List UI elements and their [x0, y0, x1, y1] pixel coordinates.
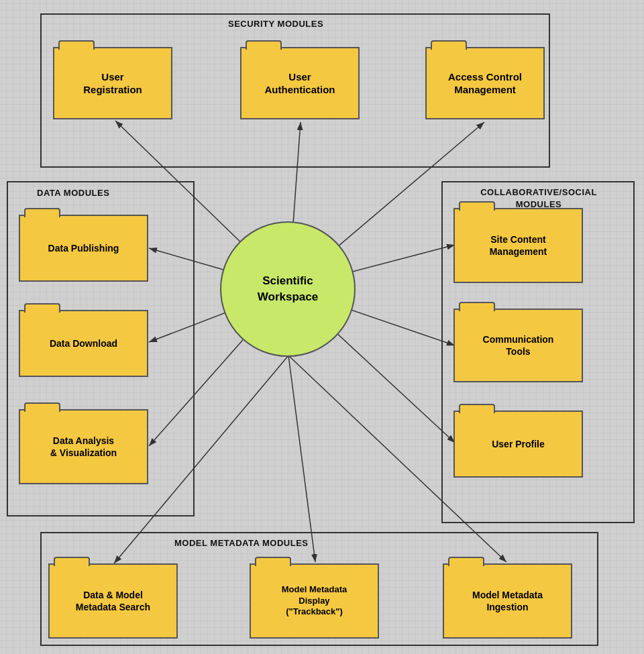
user-registration-box[interactable]: UserRegistration — [53, 47, 172, 119]
data-analysis-box[interactable]: Data Analysis& Visualization — [19, 409, 148, 484]
diagram-container: SECURITY MODULES DATA MODULES COLLABORAT… — [0, 0, 644, 654]
user-authentication-box[interactable]: UserAuthentication — [240, 47, 360, 119]
data-label: DATA MODULES — [37, 188, 109, 198]
center-workspace: ScientificWorkspace — [220, 221, 356, 357]
communication-tools-box[interactable]: CommunicationTools — [453, 309, 583, 382]
metadata-label: MODEL METADATA MODULES — [174, 538, 309, 548]
security-label: SECURITY MODULES — [228, 19, 323, 29]
data-download-box[interactable]: Data Download — [19, 310, 148, 377]
data-model-search-box[interactable]: Data & ModelMetadata Search — [48, 563, 178, 639]
user-profile-box[interactable]: User Profile — [453, 411, 583, 478]
model-display-box[interactable]: Model MetadataDisplay("Trackback") — [250, 563, 379, 639]
access-control-box[interactable]: Access ControlManagement — [425, 47, 545, 119]
data-publishing-box[interactable]: Data Publishing — [19, 215, 148, 282]
model-ingestion-box[interactable]: Model MetadataIngestion — [443, 563, 572, 639]
svg-line-12 — [288, 356, 315, 562]
site-content-box[interactable]: Site ContentManagement — [453, 208, 583, 283]
